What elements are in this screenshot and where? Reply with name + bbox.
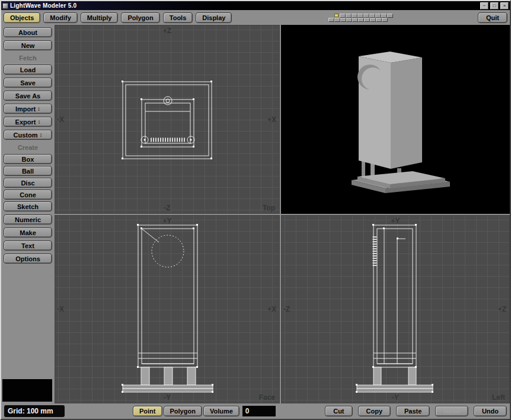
- wireframe-left-view: [281, 215, 510, 403]
- main-area: About New Fetch Load Save Save As Import…: [1, 25, 510, 403]
- viewport-grid: +Z -X +X -Z Top: [55, 25, 510, 403]
- sidebar-button-numeric[interactable]: Numeric: [4, 214, 52, 225]
- sidebar-button-fetch: Fetch: [4, 53, 52, 62]
- viewport-preview-3d[interactable]: [281, 25, 510, 214]
- layer-button[interactable]: [340, 18, 346, 22]
- wireframe-top-view: [55, 25, 280, 214]
- sidebar-button-import[interactable]: Import ↕: [4, 104, 52, 114]
- cut-button[interactable]: Cut: [325, 406, 352, 416]
- status-bar: Grid: 100 mm Point Polygon Volume 0 Cut …: [1, 403, 510, 419]
- sidebar-button-disc[interactable]: Disc: [4, 178, 52, 188]
- preview-render: [281, 25, 510, 213]
- sidebar-button-text[interactable]: Text: [4, 241, 52, 251]
- axis-label: +Z: [163, 27, 171, 35]
- popup-arrows-icon: ↕: [39, 132, 42, 138]
- axis-label: -Z: [283, 305, 290, 313]
- sidebar-section-create: Create: [4, 143, 52, 152]
- selection-mode-group: Point Polygon Volume: [133, 406, 239, 416]
- layer-button[interactable]: [376, 18, 382, 22]
- copy-button[interactable]: Copy: [358, 406, 391, 416]
- sidebar-button-cone[interactable]: Cone: [4, 190, 52, 200]
- layer-button[interactable]: [370, 18, 376, 22]
- layer-button[interactable]: [387, 14, 393, 18]
- app-icon: [2, 3, 8, 9]
- layer-button[interactable]: [357, 14, 363, 18]
- axis-label: -X: [57, 116, 64, 124]
- layer-button[interactable]: [375, 14, 381, 18]
- layer-button[interactable]: [364, 18, 370, 22]
- wireframe-face-view: [55, 215, 280, 403]
- sidebar-black-panel: [2, 379, 52, 402]
- sidebar-button-options[interactable]: Options: [4, 254, 52, 264]
- popup-arrows-icon: ↕: [37, 118, 40, 125]
- layer-selector: [328, 14, 393, 22]
- axis-label: -Z: [164, 204, 170, 212]
- grid-size-display: Grid: 100 mm: [4, 405, 65, 417]
- layer-button[interactable]: [346, 14, 352, 18]
- axis-label: -Y: [392, 393, 399, 402]
- layer-button[interactable]: [340, 14, 346, 18]
- viewport-face[interactable]: +Y -X +X -Y Face: [55, 215, 280, 403]
- redo-button[interactable]: Redo: [435, 406, 468, 416]
- menu-tab-tools[interactable]: Tools: [163, 12, 193, 23]
- menu-tab-objects[interactable]: Objects: [4, 12, 40, 23]
- layer-button[interactable]: [363, 14, 369, 18]
- window-title: LightWave Modeler 5.0: [10, 2, 478, 9]
- maximize-icon[interactable]: □: [490, 2, 499, 9]
- axis-label: -Y: [164, 393, 171, 402]
- button-label: Custom: [14, 132, 38, 139]
- layer-button[interactable]: [382, 18, 388, 22]
- mode-button-polygon[interactable]: Polygon: [164, 406, 202, 416]
- sidebar-button-sketch[interactable]: Sketch: [4, 201, 52, 211]
- axis-label: +Y: [391, 217, 400, 225]
- layer-button[interactable]: [369, 14, 375, 18]
- axis-label: +Z: [498, 305, 506, 313]
- button-label: Export: [15, 118, 36, 126]
- paste-button[interactable]: Paste: [396, 406, 430, 416]
- undo-button[interactable]: Undo: [474, 406, 507, 416]
- edit-actions-group: Cut Copy Paste Redo Undo: [325, 406, 507, 416]
- layer-button[interactable]: [328, 18, 334, 22]
- layer-button[interactable]: [352, 14, 357, 18]
- mode-button-point[interactable]: Point: [133, 406, 162, 416]
- sidebar-button-custom[interactable]: Custom ↕: [4, 130, 52, 140]
- sidebar-button-box[interactable]: Box: [4, 154, 52, 164]
- sidebar-button-save[interactable]: Save: [4, 78, 52, 88]
- mode-button-volume[interactable]: Volume: [203, 406, 239, 416]
- layer-button[interactable]: [334, 18, 340, 22]
- sidebar: About New Fetch Load Save Save As Import…: [1, 25, 55, 403]
- sidebar-button-export[interactable]: Export ↕: [4, 117, 52, 127]
- menu-tab-modify[interactable]: Modify: [43, 12, 77, 23]
- sidebar-button-ball[interactable]: Ball: [4, 166, 52, 176]
- sidebar-button-new[interactable]: New: [4, 40, 52, 50]
- close-icon[interactable]: ×: [500, 2, 509, 9]
- sidebar-button-make[interactable]: Make: [4, 227, 52, 238]
- menu-tab-multiply[interactable]: Multiply: [81, 12, 119, 23]
- axis-label: -X: [57, 305, 64, 313]
- viewport-name-label: Left: [492, 393, 505, 402]
- quit-button[interactable]: Quit: [478, 12, 507, 23]
- layer-button[interactable]: [381, 14, 387, 18]
- viewport-name-label: Face: [259, 393, 275, 402]
- button-label: Import: [15, 105, 36, 113]
- menu-tab-polygon[interactable]: Polygon: [121, 12, 159, 23]
- sidebar-button-save-as[interactable]: Save As: [4, 91, 52, 101]
- layer-button[interactable]: [346, 18, 352, 22]
- viewport-name-label: Top: [263, 204, 275, 212]
- popup-arrows-icon: ↕: [37, 105, 40, 112]
- layer-button[interactable]: [352, 18, 358, 22]
- viewport-top[interactable]: +Z -X +X -Z Top: [55, 25, 280, 214]
- app-window: LightWave Modeler 5.0 − □ × Objects Modi…: [0, 0, 511, 420]
- sidebar-button-load[interactable]: Load: [4, 65, 52, 75]
- layer-button[interactable]: [358, 18, 364, 22]
- menu-bar: Objects Modify Multiply Polygon Tools Di…: [1, 10, 510, 25]
- title-bar[interactable]: LightWave Modeler 5.0 − □ ×: [1, 1, 510, 10]
- menu-tab-display[interactable]: Display: [196, 12, 232, 23]
- viewport-left[interactable]: +Y -Z +Z -Y Left: [281, 215, 510, 403]
- axis-label: +X: [267, 116, 276, 124]
- axis-label: +X: [267, 305, 276, 313]
- axis-label: +Y: [162, 217, 171, 225]
- minimize-icon[interactable]: −: [480, 2, 488, 9]
- active-layer-indicator: [334, 14, 338, 17]
- sidebar-button-about[interactable]: About: [4, 27, 52, 37]
